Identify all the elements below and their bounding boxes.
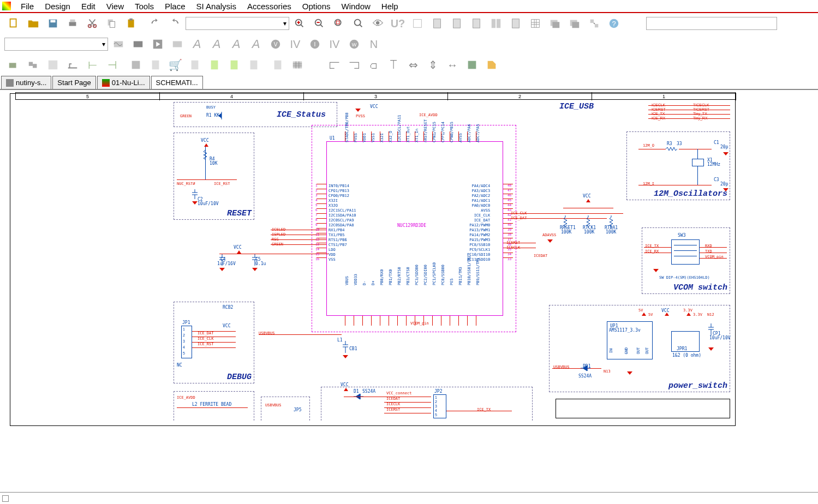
place-bus-icon[interactable] [63,56,82,74]
tool-doc2-icon[interactable] [447,14,466,33]
eye-icon[interactable]: 👁 [369,14,387,33]
menu-view[interactable]: View [101,1,129,12]
tool-doc4-icon[interactable] [506,14,525,33]
switch-sw3 [671,239,700,265]
menu-si-analysis[interactable]: SI Analysis [191,1,242,12]
menu-design[interactable]: Design [39,1,76,12]
place-table-icon[interactable] [288,56,307,74]
tool-layer2-icon[interactable] [565,14,584,33]
snap-icon[interactable]: ↔ [443,56,462,74]
help-button[interactable]: ? [605,14,623,33]
place-cart-icon[interactable]: 🛒 [166,56,184,74]
new-button[interactable] [4,14,23,33]
current-probe-icon[interactable]: I [306,35,324,53]
probe2-icon[interactable]: A [207,35,226,53]
svg-text:V: V [274,41,278,47]
menu-tools[interactable]: Tools [129,1,159,12]
tool-link-icon[interactable] [585,14,604,33]
svg-rect-10 [129,19,133,21]
place-page6-icon[interactable] [268,56,287,74]
scope2-icon[interactable] [129,35,147,53]
print-button[interactable] [63,14,82,33]
tab-nulink[interactable]: 01-Nu-Li... [97,76,150,89]
vcc-bot: VCC [341,382,348,387]
align-top-icon[interactable]: ⟙ [384,56,403,74]
part-jp2: JP2 [434,389,442,394]
place-wire-icon[interactable] [44,56,62,74]
place-symbol-icon[interactable] [24,56,43,74]
place-page2-icon[interactable] [186,56,204,74]
place-conn1-icon[interactable]: ⊢ [83,56,101,74]
play-icon[interactable] [148,35,167,53]
zoom-fit-button[interactable] [349,14,368,33]
vcc-caps: VCC [234,245,241,250]
part-combo[interactable]: ▾ [186,17,289,30]
align-right-icon[interactable]: ⫏ [365,56,383,74]
place-part-icon[interactable] [4,56,23,74]
zoom-area-button[interactable] [330,14,348,33]
distribute-v-icon[interactable]: ⇕ [423,56,442,74]
ivisual-icon[interactable]: IV [286,35,304,53]
search-combo[interactable] [646,17,777,30]
probe1-icon[interactable]: A [188,35,206,53]
nvisual-icon[interactable]: N [365,35,383,53]
cut-button[interactable] [83,14,101,33]
paste-button[interactable] [122,14,141,33]
cap-symbol [192,189,198,199]
tool-doc1-icon[interactable] [428,14,446,33]
tool-net-icon[interactable] [408,14,427,33]
tool-grid-icon[interactable] [526,14,545,33]
copy-button[interactable] [103,14,121,33]
tool-layer1-icon[interactable] [546,14,564,33]
place-text-icon[interactable] [127,56,145,74]
place-page3-icon[interactable] [205,56,224,74]
menu-file[interactable]: File [15,1,39,12]
menu-window[interactable]: Window [336,1,375,12]
tab-schematic[interactable]: SCHEMATI... [151,76,203,89]
tag-icon[interactable] [482,56,501,74]
tab-startpage[interactable]: Start Page [52,76,95,89]
layer-combo[interactable]: ▾ [4,38,108,51]
block-bottom-3 [321,387,533,421]
menu-help[interactable]: Help [376,1,404,12]
place-page4-icon[interactable] [225,56,243,74]
probe3-icon[interactable]: A [227,35,246,53]
svg-rect-23 [532,20,540,28]
tool-u-icon[interactable]: U? [389,14,407,33]
svg-rect-21 [497,19,500,28]
align-left-icon[interactable]: ⫍ [325,56,344,74]
zoom-in-button[interactable] [290,14,309,33]
label-vcom: VCOM switch [673,283,727,292]
zoom-out-button[interactable] [310,14,329,33]
part-d1v: SS24A [362,389,375,394]
schematic-canvas[interactable]: 5 4 3 2 1 ICE_Status GREEN BUSY R1 KK RE… [0,89,818,488]
scope1-icon[interactable] [109,35,128,53]
grid-toggle-icon[interactable] [463,56,481,74]
probe4-icon[interactable]: A [247,35,265,53]
place-conn2-icon[interactable]: ⊣ [103,56,121,74]
place-page5-icon[interactable] [244,56,263,74]
menu-accessories[interactable]: Accessories [242,1,297,12]
volt-probe-icon[interactable]: V [266,35,285,53]
redo-button[interactable] [166,14,184,33]
save-button[interactable] [44,14,62,33]
distribute-h-icon[interactable]: ⇔ [404,56,422,74]
tab-nutiny[interactable]: nutiny-s... [1,76,51,89]
scope3-icon[interactable] [168,35,187,53]
tool-doc3-icon[interactable] [467,14,486,33]
cap-c4 [219,254,225,266]
tool-book-icon[interactable] [487,14,505,33]
menu-options[interactable]: Options [297,1,336,12]
menu-place[interactable]: Place [159,1,191,12]
undo-button[interactable] [146,14,165,33]
block-reset: RESET [174,133,254,220]
part-c2v: 10uF/10V [198,201,219,206]
part-rcb2: RCB2 [223,305,233,310]
tvisual-icon[interactable]: IV [325,35,344,53]
watt-probe-icon[interactable]: W [345,35,363,53]
net-iceclk-b: ICECLK [386,402,400,406]
align-center-icon[interactable]: ⫎ [345,56,363,74]
place-page1-icon[interactable] [146,56,165,74]
open-button[interactable] [24,14,43,33]
menu-edit[interactable]: Edit [76,1,101,12]
